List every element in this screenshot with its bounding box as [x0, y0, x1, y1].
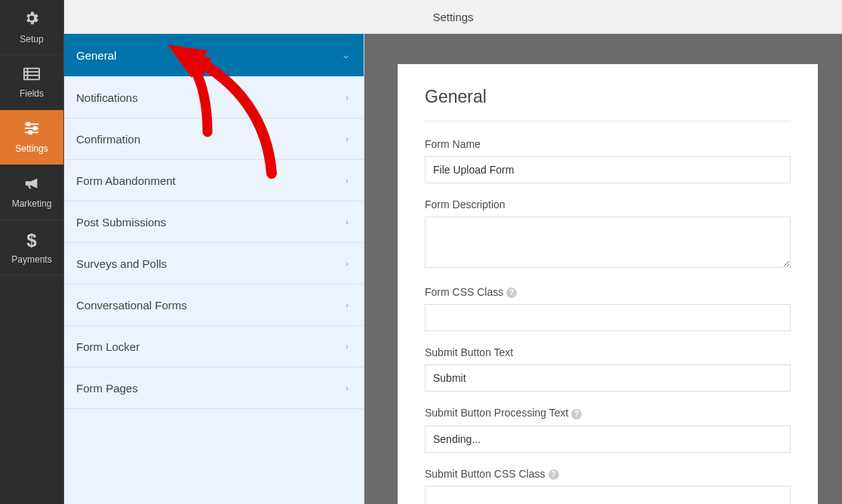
svg-rect-8	[34, 127, 37, 130]
input-form-name[interactable]	[425, 156, 791, 183]
settings-item-form-pages[interactable]: Form Pages ›	[64, 367, 364, 409]
list-icon	[23, 66, 40, 85]
chevron-right-icon: ›	[346, 342, 349, 351]
chevron-right-icon: ›	[346, 134, 349, 143]
nav-payments[interactable]: $ Payments	[0, 220, 63, 275]
label-text: Form CSS Class	[425, 286, 503, 298]
sliders-icon	[23, 121, 40, 140]
settings-panel: General ⌵ Notifications › Confirmation ›…	[64, 34, 364, 504]
settings-item-general[interactable]: General ⌵	[64, 34, 364, 77]
chevron-right-icon: ›	[346, 93, 349, 102]
settings-item-form-abandonment[interactable]: Form Abandonment ›	[64, 160, 364, 201]
topbar: Settings	[64, 0, 842, 34]
nav-fields[interactable]: Fields	[0, 55, 63, 110]
settings-item-label: Confirmation	[76, 133, 140, 146]
bullhorn-icon	[23, 176, 40, 195]
input-form-css[interactable]	[425, 304, 791, 331]
chevron-right-icon: ›	[346, 300, 349, 309]
topbar-title: Settings	[432, 11, 473, 23]
settings-item-label: Notifications	[76, 91, 138, 104]
settings-item-label: General	[76, 49, 116, 62]
settings-item-label: Surveys and Polls	[76, 257, 167, 270]
input-submit-processing[interactable]	[425, 426, 791, 453]
help-icon[interactable]: ?	[549, 469, 559, 480]
settings-item-conversational-forms[interactable]: Conversational Forms ›	[64, 284, 364, 326]
label-text: Submit Button CSS Class	[425, 468, 545, 480]
settings-item-confirmation[interactable]: Confirmation ›	[64, 118, 364, 160]
chevron-right-icon: ›	[346, 259, 349, 268]
nav-rail: Setup Fields Settings Marketing $ Paymen…	[0, 0, 64, 504]
input-submit-css[interactable]	[425, 486, 791, 504]
form-card: General Form Name Form Description Form …	[398, 64, 818, 504]
svg-rect-0	[24, 69, 39, 80]
label-submit-text: Submit Button Text	[425, 346, 791, 358]
chevron-right-icon: ›	[346, 383, 349, 392]
help-icon[interactable]: ?	[506, 287, 517, 298]
dollar-icon: $	[26, 230, 36, 251]
main-content: General Form Name Form Description Form …	[364, 34, 842, 504]
label-form-name: Form Name	[425, 138, 791, 150]
nav-label: Setup	[20, 34, 43, 45]
settings-item-label: Form Locker	[76, 340, 140, 353]
help-icon[interactable]: ?	[571, 409, 582, 419]
label-submit-processing: Submit Button Processing Text?	[425, 407, 791, 419]
input-form-description[interactable]	[425, 217, 791, 268]
chevron-down-icon: ⌵	[343, 51, 349, 60]
settings-item-post-submissions[interactable]: Post Submissions ›	[64, 201, 364, 243]
nav-setup[interactable]: Setup	[0, 0, 63, 55]
svg-rect-7	[27, 123, 30, 126]
label-submit-css: Submit Button CSS Class?	[425, 468, 791, 480]
label-form-description: Form Description	[425, 198, 791, 211]
settings-item-label: Form Pages	[76, 382, 138, 395]
label-form-css: Form CSS Class?	[425, 286, 791, 298]
svg-rect-9	[29, 131, 32, 134]
settings-item-form-locker[interactable]: Form Locker ›	[64, 326, 364, 367]
settings-item-surveys-polls[interactable]: Surveys and Polls ›	[64, 243, 364, 284]
settings-item-notifications[interactable]: Notifications ›	[64, 77, 364, 118]
nav-marketing[interactable]: Marketing	[0, 165, 63, 220]
nav-label: Fields	[20, 88, 44, 99]
settings-item-label: Conversational Forms	[76, 299, 187, 312]
chevron-right-icon: ›	[346, 217, 349, 226]
nav-label: Marketing	[12, 198, 52, 209]
label-text: Submit Button Processing Text	[425, 407, 568, 419]
panel-heading: General	[425, 87, 791, 121]
nav-settings[interactable]: Settings	[0, 110, 63, 165]
settings-item-label: Post Submissions	[76, 216, 166, 229]
settings-item-label: Form Abandonment	[76, 174, 176, 187]
gear-icon	[23, 10, 40, 31]
nav-label: Payments	[11, 254, 51, 265]
chevron-right-icon: ›	[346, 176, 349, 185]
nav-label: Settings	[15, 143, 48, 154]
input-submit-text[interactable]	[425, 364, 791, 392]
